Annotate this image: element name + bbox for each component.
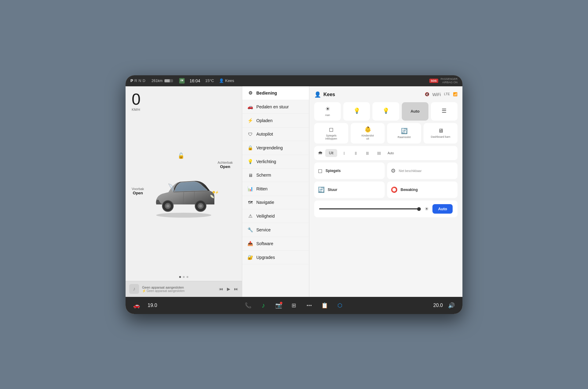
- stuur-row: 🔄 Stuur ⭕ Bewaking: [314, 181, 458, 198]
- gear-d[interactable]: D: [142, 78, 145, 83]
- ritten-icon: 📊: [247, 186, 253, 192]
- status-bar: P R N D 261km 🗺 16:04 15°C 👤 Kees: [126, 75, 462, 86]
- music-info: Geen apparaat aangesloten ⚡ Geen apparaa…: [142, 286, 216, 293]
- range-value: 261km: [152, 79, 163, 83]
- range-display: 261km: [152, 79, 173, 83]
- brightness-slider[interactable]: [319, 208, 421, 209]
- vergrendeling-label: Vergrendeling: [256, 145, 283, 150]
- wiper-step-3[interactable]: |||: [363, 148, 372, 158]
- music-icon: ♪: [129, 284, 139, 294]
- prnd-selector[interactable]: P R N D: [130, 78, 145, 83]
- mute-icon: 🔇: [425, 92, 429, 97]
- menu-item-navigatie[interactable]: 🗺 Navigatie: [242, 196, 309, 209]
- gear-p[interactable]: P: [130, 78, 133, 83]
- notes-icon[interactable]: 📋: [320, 301, 330, 310]
- svg-point-6: [199, 204, 202, 208]
- brightness-icon: ☀: [424, 206, 429, 212]
- record-dot: [280, 302, 282, 304]
- service-icon: 🔧: [247, 227, 253, 233]
- car-home-icon[interactable]: 🚗: [132, 301, 141, 310]
- menu-item-vergrendeling[interactable]: 🔒 Vergrendeling: [242, 141, 309, 155]
- signal-icon: 📶: [453, 92, 458, 97]
- menu-item-ritten[interactable]: 📊 Ritten: [242, 182, 309, 196]
- dots-menu-icon[interactable]: •••: [304, 301, 314, 310]
- pedalen-label: Pedalen en stuur: [256, 104, 289, 109]
- opladen-icon: ⚡: [247, 118, 253, 123]
- child-lock-btn[interactable]: 👶 Kinderslotuit: [351, 123, 385, 144]
- taskbar: 🚗 19.0 📞 ♪ 📷 ⊞ ••• 📋 ⬡: [126, 297, 462, 314]
- menu-item-veiligheid[interactable]: ⚠ Veiligheid: [242, 209, 309, 223]
- music-controls[interactable]: ⏮ ▶ ⏭: [219, 286, 238, 291]
- spotify-icon[interactable]: ♪: [258, 301, 268, 310]
- menu-item-scherm[interactable]: 🖥 Scherm: [242, 169, 309, 182]
- menu-panel: ⚙ Bediening 🚗 Pedalen en stuur ⚡ Opladen…: [242, 86, 309, 297]
- camera-icon[interactable]: 📷: [274, 301, 284, 310]
- grid-icon[interactable]: ⊞: [289, 301, 299, 310]
- light-on-icon: ☀: [325, 106, 330, 112]
- light-2-btn[interactable]: 💡: [343, 102, 370, 121]
- left-panel: 0 KM/H Voorbak Open 🔓 Achterbak Open: [126, 86, 242, 297]
- right-temp: 20.0: [433, 303, 443, 308]
- volume-icon[interactable]: 🔊: [447, 301, 456, 310]
- window-lock-icon: 🔄: [401, 128, 408, 134]
- autopilot-label: Autopilot: [256, 132, 273, 137]
- music-title: Geen apparaat aangesloten: [142, 286, 216, 289]
- child-lock-icon: 👶: [364, 126, 371, 133]
- next-button[interactable]: ⏭: [234, 286, 238, 291]
- prev-button[interactable]: ⏮: [219, 286, 223, 291]
- wiper-auto[interactable]: Auto: [386, 148, 395, 158]
- menu-item-verlichting[interactable]: 💡 Verlichting: [242, 155, 309, 169]
- menu-item-upgrades[interactable]: 🔐 Upgrades: [242, 251, 309, 264]
- light-2-icon: 💡: [353, 107, 360, 114]
- menu-item-opladen[interactable]: ⚡ Opladen: [242, 114, 309, 128]
- temp-display: 15°C: [205, 78, 214, 83]
- wiper-step-1[interactable]: |: [340, 148, 349, 158]
- veiligheid-icon: ⚠: [247, 213, 253, 219]
- mirror-fold-icon: ◻: [329, 126, 334, 133]
- upgrades-icon: 🔐: [247, 255, 253, 260]
- light-on-btn[interactable]: ☀ Aan: [314, 102, 341, 121]
- menu-item-service[interactable]: 🔧 Service: [242, 223, 309, 237]
- menu-item-bediening[interactable]: ⚙ Bediening: [242, 86, 309, 100]
- back-title: Achterbak: [217, 161, 233, 164]
- phone-icon[interactable]: 📞: [243, 301, 253, 310]
- bewaking-btn[interactable]: ⭕ Bewaking: [387, 181, 458, 198]
- dot-3: [187, 276, 188, 278]
- bluetooth-icon[interactable]: ⬡: [335, 301, 345, 310]
- not-available-btn[interactable]: ⚙ Niet beschikbaar: [387, 163, 458, 179]
- mirror-heat-icon: ◻: [318, 167, 322, 174]
- menu-item-autopilot[interactable]: 🛡 Autopilot: [242, 128, 309, 141]
- mirror-heat-btn[interactable]: ◻ Spiegels: [314, 163, 385, 179]
- brightness-row: ☀ Auto: [314, 200, 458, 217]
- light-5-icon: ☰: [442, 107, 447, 114]
- music-subtitle: ⚡ Geen apparaat aangesloten: [142, 289, 216, 293]
- light-5-btn[interactable]: ☰: [431, 102, 458, 121]
- bewaking-label: Bewaking: [401, 188, 418, 192]
- svg-point-3: [166, 204, 169, 208]
- verlichting-label: Verlichting: [256, 159, 276, 164]
- stuur-btn[interactable]: 🔄 Stuur: [314, 181, 385, 198]
- front-title: Voorbak: [132, 187, 144, 191]
- gear-r[interactable]: R: [134, 78, 137, 83]
- menu-item-software[interactable]: 📥 Software: [242, 237, 309, 251]
- svg-point-9: [213, 191, 215, 193]
- lighting-row-1: ☀ Aan 💡 💡 Auto ☰: [314, 102, 458, 121]
- navigatie-icon: 🗺: [247, 200, 253, 205]
- menu-item-pedalen[interactable]: 🚗 Pedalen en stuur: [242, 100, 309, 114]
- scherm-icon: 🖥: [247, 173, 253, 178]
- dashboard-btn[interactable]: 🖥 Dashboard kam: [424, 123, 458, 144]
- window-lock-btn[interactable]: 🔄 Raamsslot: [387, 123, 421, 144]
- gear-n[interactable]: N: [138, 78, 141, 83]
- auto-brightness-btn[interactable]: Auto: [432, 204, 453, 214]
- tesla-screen: P R N D 261km 🗺 16:04 15°C 👤 Kees: [126, 75, 462, 314]
- back-label: Achterbak Open: [217, 161, 233, 169]
- stuur-label: Stuur: [328, 188, 337, 192]
- light-auto-btn[interactable]: Auto: [402, 102, 428, 121]
- light-3-btn[interactable]: 💡: [372, 102, 399, 121]
- wiper-step-4[interactable]: ||||: [375, 148, 384, 158]
- mirror-fold-btn[interactable]: ◻ Spiegelsinkloppen: [314, 123, 348, 144]
- wiper-off-btn[interactable]: Uit: [325, 149, 337, 157]
- wiper-step-2[interactable]: ||: [351, 148, 360, 158]
- right-temp-value: 20.0: [433, 303, 443, 308]
- play-button[interactable]: ▶: [227, 286, 230, 291]
